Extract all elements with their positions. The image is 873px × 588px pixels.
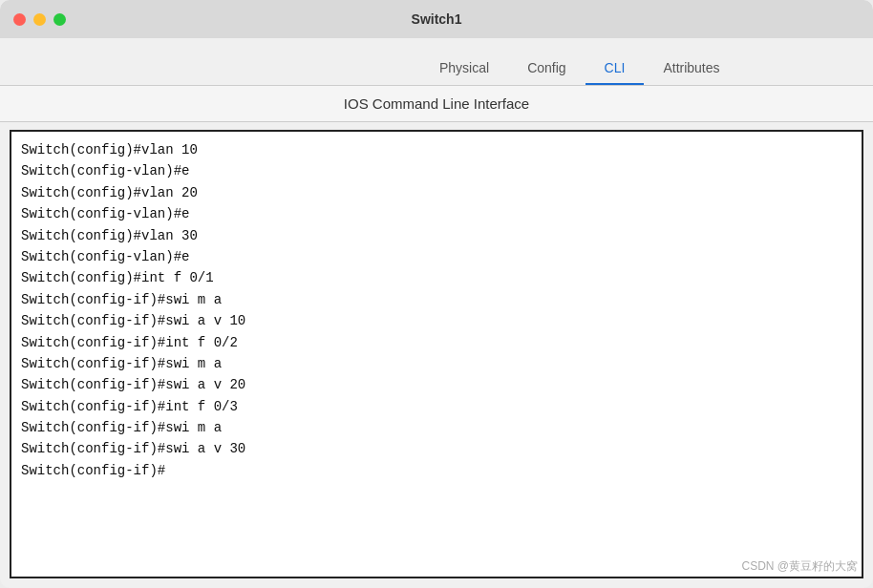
cli-line: Switch(config-if)#int f 0/3	[21, 396, 852, 417]
cli-line: Switch(config-if)#int f 0/2	[21, 332, 852, 353]
maximize-button[interactable]	[53, 13, 66, 26]
tab-physical[interactable]: Physical	[420, 52, 508, 85]
cli-terminal[interactable]: Switch(config)#vlan 10Switch(config-vlan…	[10, 130, 863, 578]
tab-cli[interactable]: CLI	[586, 52, 645, 85]
cli-line: Switch(config)#vlan 30	[21, 225, 852, 246]
close-button[interactable]	[13, 13, 26, 26]
minimize-button[interactable]	[33, 13, 46, 26]
cli-line: Switch(config-if)#swi m a	[21, 417, 852, 438]
cli-line: Switch(config)#vlan 20	[21, 182, 852, 203]
cli-line: Switch(config-if)#swi m a	[21, 289, 852, 310]
cli-line: Switch(config-if)#swi m a	[21, 353, 852, 374]
cli-line: Switch(config-vlan)#e	[21, 203, 852, 224]
tab-bar: Physical Config CLI Attributes	[0, 38, 873, 86]
window-title: Switch1	[412, 11, 462, 27]
cli-line: Switch(config-vlan)#e	[21, 246, 852, 267]
cli-line: Switch(config)#int f 0/1	[21, 267, 852, 288]
cli-line: Switch(config-if)#swi a v 20	[21, 374, 852, 395]
traffic-lights	[13, 13, 66, 26]
cli-line: Switch(config-vlan)#e	[21, 160, 852, 181]
cli-line: Switch(config-if)#	[21, 460, 852, 481]
watermark: CSDN @黄豆籽的大窝	[741, 558, 858, 575]
content-header: IOS Command Line Interface	[0, 86, 873, 122]
cli-line: Switch(config)#vlan 10	[21, 139, 852, 160]
title-bar: Switch1	[0, 0, 873, 38]
cli-line: Switch(config-if)#swi a v 30	[21, 438, 852, 459]
tab-config[interactable]: Config	[508, 52, 585, 85]
window: Switch1 Physical Config CLI Attributes I…	[0, 0, 873, 588]
cli-line: Switch(config-if)#swi a v 10	[21, 310, 852, 331]
tab-attributes[interactable]: Attributes	[644, 52, 738, 85]
